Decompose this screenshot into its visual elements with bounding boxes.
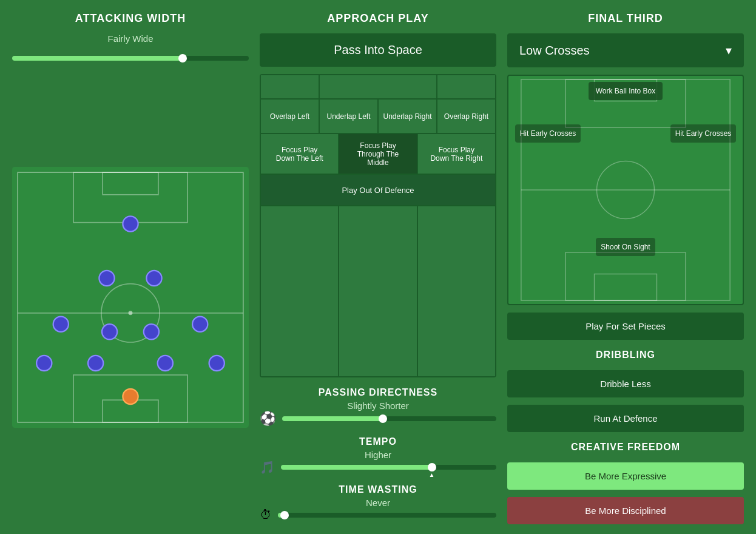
grid-bot-2 bbox=[339, 206, 416, 376]
svg-point-14 bbox=[53, 317, 69, 332]
hit-early-right-button[interactable]: Hit Early Crosses bbox=[665, 77, 741, 189]
focus-play-right-button[interactable]: Focus PlayDown The Right bbox=[418, 134, 495, 174]
final-third-panel: FINAL THIRD Low Crosses ▾ Hit Early Cros… bbox=[507, 12, 744, 522]
attacking-width-value: Fairly Wide bbox=[12, 33, 249, 44]
svg-point-12 bbox=[158, 356, 173, 371]
tempo-fill bbox=[281, 465, 432, 470]
passing-directness-value: Slightly Shorter bbox=[260, 400, 496, 411]
ball-icon: ⚽ bbox=[260, 411, 276, 427]
svg-point-18 bbox=[99, 271, 114, 286]
attacking-width-track bbox=[12, 56, 249, 61]
grid-top-2 bbox=[320, 75, 436, 98]
dribble-less-button[interactable]: Dribble Less bbox=[507, 370, 744, 397]
approach-play-panel: APPROACH PLAY Pass Into Space Overlap Le… bbox=[260, 12, 496, 522]
time-wasting-track[interactable] bbox=[278, 513, 496, 518]
time-wasting-value: Never bbox=[260, 498, 496, 508]
tempo-marker: ▲ bbox=[429, 471, 435, 478]
creative-freedom-label: CREATIVE FREEDOM bbox=[507, 442, 744, 453]
time-wasting-slider-row: ⏱ bbox=[260, 508, 496, 522]
be-more-expressive-button[interactable]: Be More Expressive bbox=[507, 462, 744, 490]
tempo-slider-row: 🎵 ▲ bbox=[260, 460, 496, 475]
formation-field bbox=[12, 73, 249, 522]
svg-point-19 bbox=[146, 271, 161, 286]
ft-empty-left bbox=[510, 191, 586, 303]
svg-point-16 bbox=[144, 324, 159, 339]
dribbling-label: DRIBBLING bbox=[507, 350, 744, 360]
grid-bot-1 bbox=[261, 206, 338, 376]
be-more-disciplined-button[interactable]: Be More Disciplined bbox=[507, 497, 744, 524]
time-wasting-section: TIME WASTING Never ⏱ bbox=[260, 482, 496, 522]
dropdown-arrow-icon: ▾ bbox=[726, 43, 732, 58]
time-wasting-thumb[interactable] bbox=[280, 511, 289, 519]
attacking-width-panel: ATTACKING WIDTH Fairly Wide bbox=[12, 12, 249, 522]
metronome-icon: 🎵 bbox=[260, 460, 275, 475]
svg-point-9 bbox=[123, 389, 138, 404]
passing-directness-section: PASSING DIRECTNESS Slightly Shorter ⚽ bbox=[260, 385, 496, 427]
tempo-value: Higher bbox=[260, 450, 496, 460]
approach-play-title: APPROACH PLAY bbox=[260, 12, 496, 25]
ft-empty-right bbox=[665, 191, 741, 303]
svg-point-17 bbox=[192, 317, 208, 332]
pass-into-space-button[interactable]: Pass Into Space bbox=[260, 33, 496, 67]
play-for-set-pieces-button[interactable]: Play For Set Pieces bbox=[507, 313, 744, 340]
attacking-width-slider-container[interactable] bbox=[12, 56, 249, 61]
work-ball-button[interactable]: Work Ball Into Box bbox=[587, 77, 664, 189]
run-at-defence-button[interactable]: Run At Defence bbox=[507, 405, 744, 432]
focus-play-middle-button[interactable]: Focus PlayThrough TheMiddle bbox=[339, 134, 416, 174]
play-out-defence-button[interactable]: Play Out Of Defence bbox=[261, 175, 495, 205]
passing-directness-thumb[interactable] bbox=[379, 414, 387, 423]
svg-point-8 bbox=[129, 311, 133, 315]
final-third-title: FINAL THIRD bbox=[507, 12, 744, 25]
approach-grid: Overlap Left Underlap Left Underlap Righ… bbox=[260, 74, 496, 377]
field-svg bbox=[12, 73, 249, 522]
svg-point-15 bbox=[102, 324, 117, 339]
tempo-section: TEMPO Higher 🎵 ▲ bbox=[260, 434, 496, 475]
svg-point-10 bbox=[36, 356, 52, 371]
attacking-width-thumb[interactable] bbox=[178, 54, 187, 63]
underlap-right-button[interactable]: Underlap Right bbox=[379, 100, 436, 133]
final-third-selected: Low Crosses bbox=[519, 44, 590, 58]
passing-directness-fill bbox=[282, 416, 383, 421]
time-wasting-label: TIME WASTING bbox=[260, 484, 496, 495]
grid-top-3 bbox=[437, 75, 495, 98]
clock-icon: ⏱ bbox=[260, 508, 272, 522]
passing-directness-track[interactable] bbox=[282, 416, 496, 421]
shoot-on-sight-button[interactable]: Shoot On Sight bbox=[587, 191, 664, 303]
grid-bot-3 bbox=[418, 206, 495, 376]
hit-early-left-button[interactable]: Hit Early Crosses bbox=[510, 77, 586, 189]
final-third-dropdown[interactable]: Low Crosses ▾ bbox=[507, 33, 744, 67]
svg-point-20 bbox=[123, 216, 138, 231]
final-third-field: Hit Early Crosses Work Ball Into Box Hit… bbox=[507, 75, 744, 305]
passing-directness-slider-row: ⚽ bbox=[260, 411, 496, 427]
focus-play-left-button[interactable]: Focus PlayDown The Left bbox=[261, 134, 338, 174]
underlap-left-button[interactable]: Underlap Left bbox=[320, 100, 377, 133]
svg-point-11 bbox=[88, 356, 103, 371]
overlap-left-button[interactable]: Overlap Left bbox=[261, 100, 319, 133]
grid-top-1 bbox=[261, 75, 319, 98]
svg-point-13 bbox=[209, 356, 224, 371]
tempo-thumb[interactable] bbox=[428, 463, 436, 471]
attacking-width-title: ATTACKING WIDTH bbox=[12, 12, 249, 25]
overlap-right-button[interactable]: Overlap Right bbox=[437, 100, 495, 133]
tempo-track[interactable]: ▲ bbox=[281, 465, 496, 470]
tempo-label: TEMPO bbox=[260, 436, 496, 447]
attacking-width-fill bbox=[12, 56, 183, 61]
passing-directness-label: PASSING DIRECTNESS bbox=[260, 387, 496, 398]
